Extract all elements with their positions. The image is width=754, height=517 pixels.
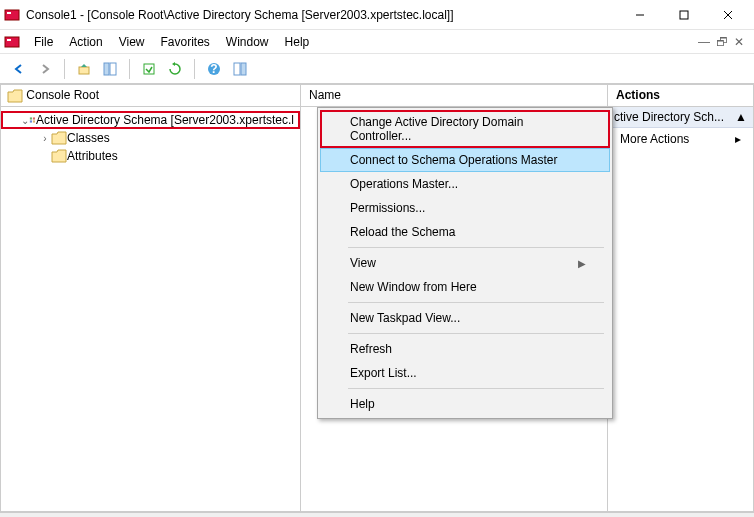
svg-rect-0 <box>5 10 19 20</box>
menu-separator <box>348 333 604 334</box>
menu-favorites[interactable]: Favorites <box>153 33 218 51</box>
mdi-restore-button[interactable]: 🗗 <box>716 35 728 49</box>
svg-rect-8 <box>79 67 89 74</box>
statusbar <box>0 512 754 517</box>
tree-body[interactable]: ⌄ Active Directory Schema [Server2003.xp… <box>1 107 300 511</box>
workspace: Console Root ⌄ Active Directory Schema [… <box>0 84 754 512</box>
menu-permissions[interactable]: Permissions... <box>320 196 610 220</box>
tree-header[interactable]: Console Root <box>1 85 300 107</box>
svg-rect-16 <box>30 117 32 119</box>
menu-new-window[interactable]: New Window from Here <box>320 275 610 299</box>
menu-separator <box>348 247 604 248</box>
context-menu: Change Active Directory Domain Controlle… <box>317 107 613 419</box>
actions-title: Actions <box>608 85 753 107</box>
expand-icon[interactable]: › <box>39 133 51 144</box>
list-body[interactable]: Change Active Directory Domain Controlle… <box>301 107 607 511</box>
svg-rect-10 <box>110 63 116 75</box>
mmc-icon <box>4 7 20 23</box>
titlebar: Console1 - [Console Root\Active Director… <box>0 0 754 30</box>
menu-export-list-label: Export List... <box>350 366 417 380</box>
menu-operations-master-label: Operations Master... <box>350 177 458 191</box>
toolbar: ? <box>0 54 754 84</box>
menu-change-dc-label: Change Active Directory Domain Controlle… <box>350 115 586 143</box>
menu-new-taskpad[interactable]: New Taskpad View... <box>320 306 610 330</box>
menu-help[interactable]: Help <box>277 33 318 51</box>
menu-separator <box>348 302 604 303</box>
svg-rect-17 <box>33 117 35 119</box>
svg-rect-6 <box>5 37 19 47</box>
console-root-label: Console Root <box>26 88 99 102</box>
menu-export-list[interactable]: Export List... <box>320 361 610 385</box>
svg-rect-1 <box>7 12 11 14</box>
menu-new-taskpad-label: New Taskpad View... <box>350 311 460 325</box>
menu-separator <box>348 388 604 389</box>
menu-reload-schema[interactable]: Reload the Schema <box>320 220 610 244</box>
menu-help-label: Help <box>350 397 375 411</box>
chevron-right-icon: ▶ <box>578 258 586 269</box>
maximize-button[interactable] <box>662 1 706 29</box>
close-button[interactable] <box>706 1 750 29</box>
menu-view-label: View <box>350 256 376 270</box>
up-button[interactable] <box>73 58 95 80</box>
list-pane: Name Change Active Directory Domain Cont… <box>301 85 608 511</box>
menu-connect-schema[interactable]: Connect to Schema Operations Master <box>320 148 610 172</box>
menu-connect-schema-label: Connect to Schema Operations Master <box>350 153 557 167</box>
folder-icon <box>51 149 67 163</box>
menu-help[interactable]: Help <box>320 392 610 416</box>
collapse-icon[interactable]: ⌄ <box>21 115 29 126</box>
menu-operations-master[interactable]: Operations Master... <box>320 172 610 196</box>
svg-rect-19 <box>33 120 35 122</box>
tree-node-classes[interactable]: › Classes <box>1 129 300 147</box>
menu-reload-schema-label: Reload the Schema <box>350 225 455 239</box>
folder-icon <box>7 89 23 103</box>
folder-icon <box>51 131 67 145</box>
menu-action[interactable]: Action <box>61 33 110 51</box>
forward-button[interactable] <box>34 58 56 80</box>
back-button[interactable] <box>8 58 30 80</box>
menu-view[interactable]: View▶ <box>320 251 610 275</box>
svg-rect-15 <box>241 63 246 75</box>
export-list-button[interactable] <box>138 58 160 80</box>
schema-node-label: Active Directory Schema [Server2003.xper… <box>36 113 294 127</box>
menu-refresh-label: Refresh <box>350 342 392 356</box>
svg-text:?: ? <box>210 62 217 76</box>
show-hide-tree-button[interactable] <box>99 58 121 80</box>
classes-label: Classes <box>67 131 110 145</box>
mdi-close-button[interactable]: ✕ <box>734 35 744 49</box>
menu-refresh[interactable]: Refresh <box>320 337 610 361</box>
list-header-name[interactable]: Name <box>301 85 607 107</box>
svg-rect-7 <box>7 39 11 41</box>
menu-new-window-label: New Window from Here <box>350 280 477 294</box>
mdi-minimize-button[interactable]: — <box>698 35 710 49</box>
more-actions-label: More Actions <box>620 132 689 146</box>
attributes-label: Attributes <box>67 149 118 163</box>
svg-rect-3 <box>680 11 688 19</box>
menu-window[interactable]: Window <box>218 33 277 51</box>
svg-rect-14 <box>234 63 240 75</box>
actions-context-heading[interactable]: ctive Directory Sch... ▲ <box>608 107 753 128</box>
menu-view[interactable]: View <box>111 33 153 51</box>
actions-pane: Actions ctive Directory Sch... ▲ More Ac… <box>608 85 753 511</box>
help-button[interactable]: ? <box>203 58 225 80</box>
window-title: Console1 - [Console Root\Active Director… <box>26 8 618 22</box>
menu-change-dc[interactable]: Change Active Directory Domain Controlle… <box>320 110 610 148</box>
schema-icon <box>29 112 36 128</box>
chevron-right-icon: ▸ <box>735 132 741 146</box>
minimize-button[interactable] <box>618 1 662 29</box>
menu-permissions-label: Permissions... <box>350 201 425 215</box>
show-hide-action-pane-button[interactable] <box>229 58 251 80</box>
menu-file[interactable]: File <box>26 33 61 51</box>
collapse-up-icon[interactable]: ▲ <box>735 110 747 124</box>
mmc-doc-icon <box>4 34 20 50</box>
svg-rect-9 <box>104 63 109 75</box>
menubar: File Action View Favorites Window Help —… <box>0 30 754 54</box>
tree-pane: Console Root ⌄ Active Directory Schema [… <box>1 85 301 511</box>
actions-context-label: ctive Directory Sch... <box>614 110 724 124</box>
tree-node-schema[interactable]: ⌄ Active Directory Schema [Server2003.xp… <box>1 111 300 129</box>
tree-node-attributes[interactable]: Attributes <box>1 147 300 165</box>
refresh-button[interactable] <box>164 58 186 80</box>
actions-more-actions[interactable]: More Actions ▸ <box>608 128 753 150</box>
svg-rect-18 <box>30 120 32 122</box>
